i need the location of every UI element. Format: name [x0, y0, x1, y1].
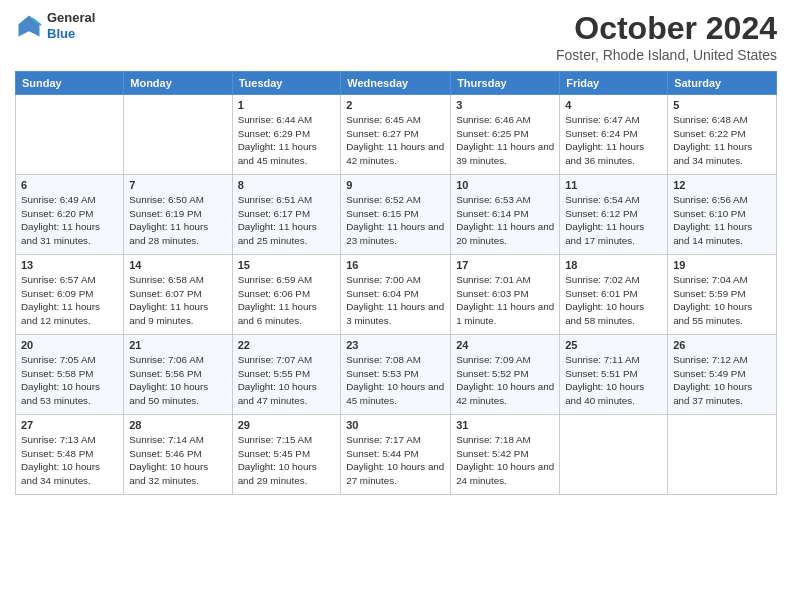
day-number: 31 — [456, 419, 554, 431]
day-number: 10 — [456, 179, 554, 191]
calendar-cell: 29Sunrise: 7:15 AM Sunset: 5:45 PM Dayli… — [232, 415, 341, 495]
calendar-cell: 31Sunrise: 7:18 AM Sunset: 5:42 PM Dayli… — [451, 415, 560, 495]
calendar-cell: 28Sunrise: 7:14 AM Sunset: 5:46 PM Dayli… — [124, 415, 232, 495]
day-number: 11 — [565, 179, 662, 191]
calendar-cell: 21Sunrise: 7:06 AM Sunset: 5:56 PM Dayli… — [124, 335, 232, 415]
calendar-cell: 2Sunrise: 6:45 AM Sunset: 6:27 PM Daylig… — [341, 95, 451, 175]
col-header-tuesday: Tuesday — [232, 72, 341, 95]
logo: General Blue — [15, 10, 95, 41]
day-number: 24 — [456, 339, 554, 351]
cell-info: Sunrise: 6:50 AM Sunset: 6:19 PM Dayligh… — [129, 193, 226, 248]
calendar-cell — [668, 415, 777, 495]
calendar-cell: 15Sunrise: 6:59 AM Sunset: 6:06 PM Dayli… — [232, 255, 341, 335]
subtitle: Foster, Rhode Island, United States — [556, 47, 777, 63]
day-number: 8 — [238, 179, 336, 191]
day-number: 21 — [129, 339, 226, 351]
week-row-3: 13Sunrise: 6:57 AM Sunset: 6:09 PM Dayli… — [16, 255, 777, 335]
col-header-monday: Monday — [124, 72, 232, 95]
col-header-sunday: Sunday — [16, 72, 124, 95]
calendar-cell: 5Sunrise: 6:48 AM Sunset: 6:22 PM Daylig… — [668, 95, 777, 175]
calendar-cell: 18Sunrise: 7:02 AM Sunset: 6:01 PM Dayli… — [560, 255, 668, 335]
day-number: 28 — [129, 419, 226, 431]
calendar-cell — [560, 415, 668, 495]
day-number: 6 — [21, 179, 118, 191]
day-number: 9 — [346, 179, 445, 191]
calendar-cell: 17Sunrise: 7:01 AM Sunset: 6:03 PM Dayli… — [451, 255, 560, 335]
cell-info: Sunrise: 6:59 AM Sunset: 6:06 PM Dayligh… — [238, 273, 336, 328]
page: General Blue October 2024 Foster, Rhode … — [0, 0, 792, 612]
col-header-wednesday: Wednesday — [341, 72, 451, 95]
calendar-cell: 3Sunrise: 6:46 AM Sunset: 6:25 PM Daylig… — [451, 95, 560, 175]
cell-info: Sunrise: 7:04 AM Sunset: 5:59 PM Dayligh… — [673, 273, 771, 328]
calendar-cell: 7Sunrise: 6:50 AM Sunset: 6:19 PM Daylig… — [124, 175, 232, 255]
week-row-1: 1Sunrise: 6:44 AM Sunset: 6:29 PM Daylig… — [16, 95, 777, 175]
day-number: 27 — [21, 419, 118, 431]
calendar-cell: 12Sunrise: 6:56 AM Sunset: 6:10 PM Dayli… — [668, 175, 777, 255]
logo-line2: Blue — [47, 26, 95, 42]
day-number: 4 — [565, 99, 662, 111]
cell-info: Sunrise: 6:44 AM Sunset: 6:29 PM Dayligh… — [238, 113, 336, 168]
cell-info: Sunrise: 7:05 AM Sunset: 5:58 PM Dayligh… — [21, 353, 118, 408]
day-number: 19 — [673, 259, 771, 271]
day-number: 2 — [346, 99, 445, 111]
cell-info: Sunrise: 6:45 AM Sunset: 6:27 PM Dayligh… — [346, 113, 445, 168]
day-number: 13 — [21, 259, 118, 271]
col-header-saturday: Saturday — [668, 72, 777, 95]
week-row-4: 20Sunrise: 7:05 AM Sunset: 5:58 PM Dayli… — [16, 335, 777, 415]
logo-text: General Blue — [47, 10, 95, 41]
cell-info: Sunrise: 7:17 AM Sunset: 5:44 PM Dayligh… — [346, 433, 445, 488]
day-number: 12 — [673, 179, 771, 191]
col-header-friday: Friday — [560, 72, 668, 95]
day-number: 25 — [565, 339, 662, 351]
calendar-cell: 27Sunrise: 7:13 AM Sunset: 5:48 PM Dayli… — [16, 415, 124, 495]
header: General Blue October 2024 Foster, Rhode … — [15, 10, 777, 63]
cell-info: Sunrise: 7:00 AM Sunset: 6:04 PM Dayligh… — [346, 273, 445, 328]
day-number: 15 — [238, 259, 336, 271]
day-number: 22 — [238, 339, 336, 351]
calendar-cell: 13Sunrise: 6:57 AM Sunset: 6:09 PM Dayli… — [16, 255, 124, 335]
calendar-cell: 30Sunrise: 7:17 AM Sunset: 5:44 PM Dayli… — [341, 415, 451, 495]
calendar-cell: 4Sunrise: 6:47 AM Sunset: 6:24 PM Daylig… — [560, 95, 668, 175]
day-number: 7 — [129, 179, 226, 191]
day-number: 20 — [21, 339, 118, 351]
day-number: 17 — [456, 259, 554, 271]
cell-info: Sunrise: 6:52 AM Sunset: 6:15 PM Dayligh… — [346, 193, 445, 248]
header-row: SundayMondayTuesdayWednesdayThursdayFrid… — [16, 72, 777, 95]
calendar-cell: 10Sunrise: 6:53 AM Sunset: 6:14 PM Dayli… — [451, 175, 560, 255]
cell-info: Sunrise: 7:15 AM Sunset: 5:45 PM Dayligh… — [238, 433, 336, 488]
day-number: 30 — [346, 419, 445, 431]
calendar-cell: 23Sunrise: 7:08 AM Sunset: 5:53 PM Dayli… — [341, 335, 451, 415]
cell-info: Sunrise: 6:48 AM Sunset: 6:22 PM Dayligh… — [673, 113, 771, 168]
calendar-cell: 1Sunrise: 6:44 AM Sunset: 6:29 PM Daylig… — [232, 95, 341, 175]
day-number: 29 — [238, 419, 336, 431]
cell-info: Sunrise: 7:14 AM Sunset: 5:46 PM Dayligh… — [129, 433, 226, 488]
calendar: SundayMondayTuesdayWednesdayThursdayFrid… — [15, 71, 777, 495]
calendar-cell — [124, 95, 232, 175]
day-number: 18 — [565, 259, 662, 271]
calendar-cell: 25Sunrise: 7:11 AM Sunset: 5:51 PM Dayli… — [560, 335, 668, 415]
cell-info: Sunrise: 6:58 AM Sunset: 6:07 PM Dayligh… — [129, 273, 226, 328]
calendar-cell: 16Sunrise: 7:00 AM Sunset: 6:04 PM Dayli… — [341, 255, 451, 335]
calendar-cell: 26Sunrise: 7:12 AM Sunset: 5:49 PM Dayli… — [668, 335, 777, 415]
calendar-cell: 19Sunrise: 7:04 AM Sunset: 5:59 PM Dayli… — [668, 255, 777, 335]
calendar-cell: 22Sunrise: 7:07 AM Sunset: 5:55 PM Dayli… — [232, 335, 341, 415]
cell-info: Sunrise: 6:51 AM Sunset: 6:17 PM Dayligh… — [238, 193, 336, 248]
cell-info: Sunrise: 7:12 AM Sunset: 5:49 PM Dayligh… — [673, 353, 771, 408]
calendar-cell: 20Sunrise: 7:05 AM Sunset: 5:58 PM Dayli… — [16, 335, 124, 415]
cell-info: Sunrise: 6:54 AM Sunset: 6:12 PM Dayligh… — [565, 193, 662, 248]
cell-info: Sunrise: 7:09 AM Sunset: 5:52 PM Dayligh… — [456, 353, 554, 408]
calendar-cell — [16, 95, 124, 175]
main-title: October 2024 — [556, 10, 777, 47]
cell-info: Sunrise: 7:11 AM Sunset: 5:51 PM Dayligh… — [565, 353, 662, 408]
cell-info: Sunrise: 7:02 AM Sunset: 6:01 PM Dayligh… — [565, 273, 662, 328]
logo-icon — [15, 12, 43, 40]
calendar-cell: 8Sunrise: 6:51 AM Sunset: 6:17 PM Daylig… — [232, 175, 341, 255]
cell-info: Sunrise: 6:57 AM Sunset: 6:09 PM Dayligh… — [21, 273, 118, 328]
col-header-thursday: Thursday — [451, 72, 560, 95]
calendar-cell: 24Sunrise: 7:09 AM Sunset: 5:52 PM Dayli… — [451, 335, 560, 415]
cell-info: Sunrise: 7:13 AM Sunset: 5:48 PM Dayligh… — [21, 433, 118, 488]
title-block: October 2024 Foster, Rhode Island, Unite… — [556, 10, 777, 63]
day-number: 1 — [238, 99, 336, 111]
cell-info: Sunrise: 6:46 AM Sunset: 6:25 PM Dayligh… — [456, 113, 554, 168]
cell-info: Sunrise: 7:18 AM Sunset: 5:42 PM Dayligh… — [456, 433, 554, 488]
